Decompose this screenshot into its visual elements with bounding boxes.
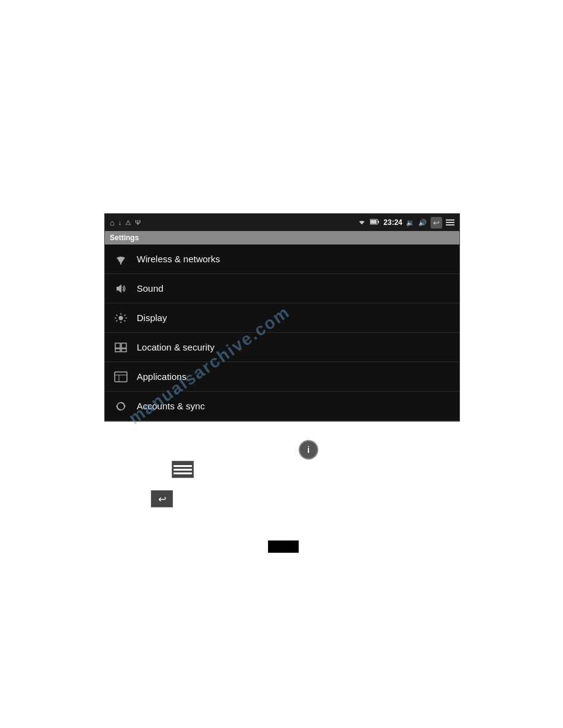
accounts-label: Accounts & sync (137, 401, 205, 411)
svg-line-11 (124, 320, 126, 321)
svg-marker-4 (117, 284, 121, 293)
settings-header-bar: Settings (105, 231, 459, 245)
svg-rect-17 (121, 349, 126, 352)
settings-title: Settings (110, 233, 139, 242)
svg-rect-1 (378, 221, 379, 223)
settings-item-applications[interactable]: Applications (105, 362, 459, 392)
svg-rect-2 (370, 220, 377, 224)
status-left-icons: ⌂ ↓ ⚠ Ψ (110, 218, 141, 227)
battery-icon (370, 219, 380, 226)
info-button[interactable]: i (299, 440, 318, 460)
display-label: Display (137, 313, 167, 323)
svg-point-5 (119, 316, 123, 320)
vol-up-icon: 🔊 (418, 219, 427, 227)
svg-rect-15 (121, 343, 126, 348)
svg-rect-18 (115, 372, 127, 382)
settings-item-wireless[interactable]: Wireless & networks (105, 245, 459, 274)
accounts-icon (112, 398, 129, 415)
status-bar: ⌂ ↓ ⚠ Ψ (105, 214, 459, 231)
menu-line-3 (174, 472, 192, 474)
status-time: 23:24 (383, 218, 402, 227)
download-icon: ↓ (118, 219, 122, 226)
svg-marker-22 (124, 405, 126, 408)
svg-line-12 (117, 320, 118, 321)
wireless-label: Wireless & networks (137, 254, 220, 264)
sound-label: Sound (137, 283, 163, 294)
location-label: Location & security (137, 342, 215, 352)
floating-menu-button[interactable] (172, 461, 194, 478)
warning-icon: ⚠ (125, 219, 131, 227)
settings-item-location[interactable]: Location & security (105, 333, 459, 362)
display-icon (112, 309, 129, 327)
svg-line-13 (124, 314, 126, 316)
usb-icon: Ψ (135, 219, 140, 226)
menu-line-2 (174, 469, 192, 471)
svg-marker-23 (116, 405, 117, 408)
settings-item-sound[interactable]: Sound (105, 274, 459, 303)
wireless-icon (112, 251, 129, 268)
wifi-icon (358, 218, 366, 227)
location-icon (112, 339, 129, 356)
applications-icon (112, 368, 129, 385)
settings-list: Wireless & networks Sound (105, 245, 459, 421)
back-arrow-icon[interactable]: ↩ (431, 217, 442, 229)
applications-label: Applications (137, 371, 186, 382)
info-icon: i (307, 445, 310, 455)
vol-down-icon: 🔉 (406, 219, 415, 227)
device-screen: ⌂ ↓ ⚠ Ψ (104, 213, 460, 422)
home-icon: ⌂ (110, 218, 115, 227)
menu-icon[interactable] (446, 219, 454, 226)
svg-rect-14 (115, 343, 120, 348)
menu-line-1 (174, 465, 192, 467)
svg-line-10 (117, 314, 118, 316)
back-icon: ↩ (158, 493, 166, 505)
sound-icon (112, 280, 129, 297)
black-rect (268, 540, 299, 553)
status-right-icons: 23:24 🔉 🔊 ↩ (358, 217, 454, 229)
svg-point-3 (120, 263, 121, 264)
svg-rect-16 (115, 349, 120, 352)
settings-item-accounts[interactable]: Accounts & sync (105, 392, 459, 421)
floating-back-button[interactable]: ↩ (151, 490, 173, 507)
settings-item-display[interactable]: Display (105, 303, 459, 333)
